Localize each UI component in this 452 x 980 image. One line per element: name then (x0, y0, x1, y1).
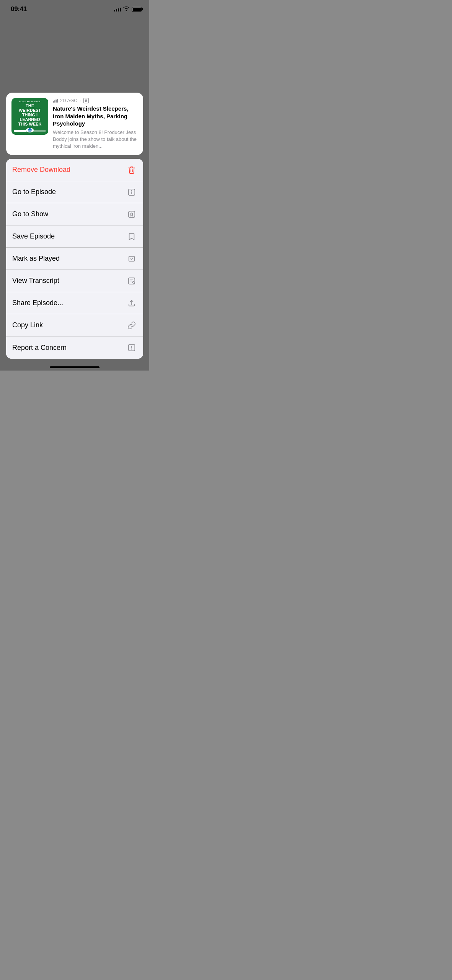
share-episode-label: Share Episode... (12, 299, 63, 307)
report-concern-button[interactable]: Report a Concern (6, 336, 143, 359)
go-to-show-label: Go to Show (12, 210, 48, 218)
context-menu: Remove Download Go to Episode Go to Show (6, 159, 143, 359)
wifi-icon (123, 6, 129, 12)
save-episode-button[interactable]: Save Episode (6, 225, 143, 248)
episode-artwork: POPULAR SCIENCE THE WEIRDEST THING I LEA… (11, 98, 48, 135)
svg-rect-4 (129, 211, 135, 217)
remove-download-button[interactable]: Remove Download (6, 159, 143, 181)
episode-age: 2D AGO (60, 98, 78, 103)
svg-point-5 (131, 213, 133, 215)
go-to-episode-button[interactable]: Go to Episode (6, 181, 143, 203)
artwork-progress-bar (14, 130, 46, 132)
status-bar: 09:41 (0, 0, 149, 16)
remove-download-label: Remove Download (12, 166, 70, 174)
svg-point-13 (132, 349, 132, 349)
artwork-label: POPULAR SCIENCE (19, 100, 41, 103)
signal-icon (114, 7, 121, 11)
view-transcript-button[interactable]: View Transcript (6, 270, 143, 292)
status-icons (114, 6, 142, 12)
transcript-icon (126, 276, 137, 286)
report-concern-label: Report a Concern (12, 344, 67, 352)
meta-signal-icon (53, 99, 58, 103)
home-bar (50, 366, 100, 368)
episode-meta: 2D AGO · E (53, 98, 138, 103)
info-square-icon (126, 187, 137, 198)
home-indicator (0, 362, 149, 371)
link-icon (126, 320, 137, 331)
episode-info: 2D AGO · E Nature's Weirdest Sleepers, I… (53, 98, 138, 150)
battery-icon (132, 7, 142, 12)
go-to-show-button[interactable]: Go to Show (6, 203, 143, 225)
mark-played-icon (126, 253, 137, 264)
copy-link-label: Copy Link (12, 321, 43, 329)
artwork-title: THE WEIRDEST THING I LEARNED THIS WEEK (18, 103, 41, 126)
report-icon (126, 342, 137, 353)
episode-description: Welcome to Season 8! Producer Jess Boddy… (53, 129, 138, 150)
status-time: 09:41 (11, 5, 27, 13)
go-to-episode-label: Go to Episode (12, 188, 56, 196)
mark-as-played-button[interactable]: Mark as Played (6, 248, 143, 270)
copy-link-button[interactable]: Copy Link (6, 314, 143, 336)
episode-card: POPULAR SCIENCE THE WEIRDEST THING I LEA… (6, 93, 143, 155)
episode-title: Nature's Weirdest Sleepers, Iron Maiden … (53, 105, 138, 127)
mark-as-played-label: Mark as Played (12, 255, 60, 263)
bookmark-icon (126, 231, 137, 242)
view-transcript-label: View Transcript (12, 277, 59, 285)
share-icon (126, 298, 137, 309)
save-episode-label: Save Episode (12, 232, 55, 240)
share-episode-button[interactable]: Share Episode... (6, 292, 143, 314)
svg-point-3 (132, 190, 132, 191)
trash-icon (126, 165, 137, 175)
podcast-icon (126, 209, 137, 220)
explicit-badge: E (83, 98, 89, 103)
